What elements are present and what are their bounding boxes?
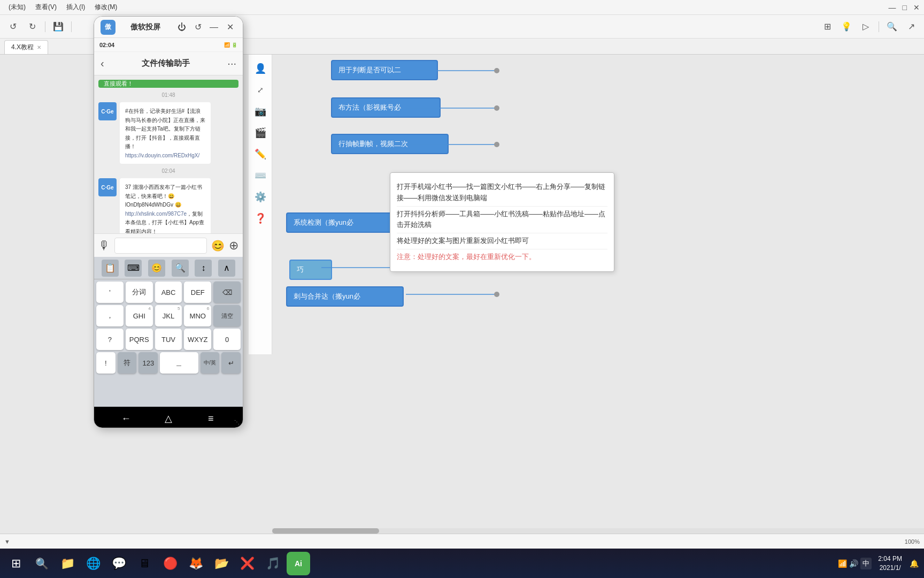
key-ghi[interactable]: GHI 4	[126, 305, 153, 326]
key-space[interactable]: ＿	[160, 352, 198, 374]
undo-button[interactable]: ↺	[4, 19, 21, 34]
key-123[interactable]: 123	[138, 352, 158, 374]
close-button[interactable]: ✕	[913, 3, 920, 12]
key-lang[interactable]: 中/英	[201, 352, 220, 374]
menu-modify[interactable]: 修改(M)	[90, 2, 121, 13]
key-exclaim[interactable]: !	[96, 352, 116, 374]
lightbulb-button[interactable]: 💡	[838, 19, 855, 34]
key-fen[interactable]: 分词	[126, 282, 153, 303]
bubble-2: 37 溜溜小西西发布了一篇小红书笔记，快来看吧！😀 lOnDfp8N4dWhDG…	[120, 178, 211, 233]
sidebar-expand-icon[interactable]: ⤢	[251, 80, 270, 100]
menu-items: (未知) 查看(V) 插入(I) 修改(M)	[4, 2, 121, 13]
monitor-icon: 🖥	[138, 557, 150, 571]
taskbar-search-button[interactable]: 🔍	[30, 552, 53, 575]
menu-insert[interactable]: 插入(I)	[62, 2, 89, 13]
key-punct[interactable]: '	[96, 282, 124, 303]
node-3[interactable]: 行抽帧删帧，视频二次	[331, 134, 449, 154]
taskbar-ai-button[interactable]: Ai	[287, 552, 310, 575]
node-5[interactable]: 巧	[289, 260, 332, 280]
key-zero[interactable]: 0	[213, 329, 241, 350]
key-tuv[interactable]: TUV	[155, 329, 182, 350]
horizontal-scrollbar[interactable]	[272, 528, 924, 534]
tab-xmind[interactable]: 4.X教程 ✕	[4, 40, 48, 54]
menu-view[interactable]: 查看(V)	[31, 2, 61, 13]
sidebar-pen-icon[interactable]: ✏️	[251, 144, 270, 164]
key-jkl[interactable]: JKL 5	[155, 305, 182, 326]
key-fu[interactable]: 符	[118, 352, 137, 374]
key-abc[interactable]: ABC	[155, 282, 182, 303]
key-backspace[interactable]: ⌫	[213, 282, 241, 303]
present-button[interactable]: ▷	[857, 19, 874, 34]
key-def[interactable]: DEF	[184, 282, 211, 303]
maximize-button[interactable]: □	[903, 3, 907, 12]
voice-input-icon[interactable]: 🎙	[98, 239, 110, 253]
nav-back-button[interactable]: ←	[118, 410, 135, 427]
nav-menu-button[interactable]: ≡	[202, 410, 219, 427]
emoji-icon[interactable]: 😊	[211, 239, 225, 252]
taskbar-file-explorer-button[interactable]: 📁	[56, 552, 79, 575]
sidebar-camera-icon[interactable]: 📷	[251, 102, 270, 121]
taskbar-app5-button[interactable]: ❌	[235, 552, 259, 575]
tab-close-icon[interactable]: ✕	[37, 44, 41, 50]
clear-label: 清空	[221, 312, 233, 320]
node-2[interactable]: 布方法（影视账号必	[331, 97, 441, 118]
chat-input-field[interactable]	[114, 238, 207, 254]
taskbar-start-button[interactable]: ⊞	[4, 552, 28, 575]
key-pqrs[interactable]: PQRS	[126, 329, 153, 350]
emoji-keyboard-icon[interactable]: 😊	[148, 260, 165, 277]
node-1[interactable]: 用于判断是否可以二	[331, 60, 438, 80]
save-button[interactable]: 💾	[50, 19, 67, 34]
cursor-icon[interactable]: ↕	[195, 260, 212, 277]
live-banner[interactable]: 直接观看！	[98, 80, 238, 88]
resize-handle[interactable]: ⋱	[234, 419, 241, 425]
wechat-more-button[interactable]: ···	[227, 57, 236, 70]
minimize-mirror-icon[interactable]: —	[207, 21, 220, 34]
taskbar-wechat-button[interactable]: 💬	[107, 552, 130, 575]
phone-screen: 02:04 📶 🔋 ‹ 文件传输助手 ··· 直接观看！ 01:48 C·Ge	[94, 38, 243, 428]
taskbar-time-display: 2:04 PM	[878, 554, 902, 564]
node-4[interactable]: 系统检测（搬yun必	[286, 212, 401, 233]
key-comma[interactable]: ，	[96, 305, 124, 326]
taskbar-monitor-button[interactable]: 🖥	[133, 552, 156, 575]
clip-icon[interactable]: 📋	[102, 260, 119, 277]
wechat-back-button[interactable]: ‹	[101, 57, 104, 70]
taskbar-app3-button[interactable]: 🔴	[158, 552, 182, 575]
power-icon[interactable]: ⏻	[175, 21, 188, 34]
taskbar-firefox-button[interactable]: 🦊	[184, 552, 207, 575]
taskbar-browser-button[interactable]: 🌐	[81, 552, 105, 575]
close-mirror-icon[interactable]: ✕	[224, 21, 236, 34]
zoom-in-button[interactable]: 🔍	[883, 19, 900, 34]
scrollbar-thumb[interactable]	[272, 528, 379, 534]
sidebar-keyboard-icon[interactable]: ⌨️	[251, 166, 270, 185]
refresh-icon[interactable]: ↺	[191, 21, 204, 34]
taskbar-music-button[interactable]: 🎵	[261, 552, 284, 575]
xhs-link[interactable]: http://xhslink.com/987C7e	[125, 211, 187, 217]
menu-unknown[interactable]: (未知)	[4, 2, 30, 13]
sidebar-help-icon[interactable]: ❓	[251, 209, 270, 228]
sidebar-video-icon[interactable]: 🎬	[251, 123, 270, 142]
sidebar-profile-icon[interactable]: 👤	[251, 59, 270, 78]
tray-input-indicator[interactable]: 中	[860, 558, 872, 569]
key-wxyz[interactable]: WXYZ	[184, 329, 211, 350]
sidebar-settings-icon[interactable]: ⚙️	[251, 187, 270, 207]
douyin-link[interactable]: https://v.douyin.com/REDxHgX/	[125, 153, 199, 158]
nav-home-button[interactable]: △	[160, 410, 177, 427]
layout-button[interactable]: ⊞	[819, 19, 836, 34]
key-clear[interactable]: 清空	[213, 305, 241, 326]
svg-point-8	[494, 142, 499, 147]
redo-button[interactable]: ↻	[24, 19, 41, 34]
node-6[interactable]: 刺与合并达（搬yun必	[286, 286, 404, 307]
keyboard-icon[interactable]: ⌨	[125, 260, 142, 277]
share-button[interactable]: ↗	[903, 19, 920, 34]
minimize-button[interactable]: —	[889, 3, 896, 12]
key-enter[interactable]: ↵	[221, 352, 241, 374]
taskbar-clock[interactable]: 2:04 PM 2021/1/	[874, 553, 906, 574]
notification-icon[interactable]: 🔔	[908, 558, 920, 569]
taskbar-folder-button[interactable]: 📂	[210, 552, 233, 575]
expand-keyboard-icon[interactable]: ∧	[218, 260, 235, 277]
key-mno[interactable]: MNO 6	[184, 305, 211, 326]
node-2-text: 布方法（影视账号必	[338, 103, 401, 111]
search-keyboard-icon[interactable]: 🔍	[172, 260, 189, 277]
key-question[interactable]: ?	[96, 329, 124, 350]
add-attachment-icon[interactable]: ⊕	[229, 239, 238, 253]
